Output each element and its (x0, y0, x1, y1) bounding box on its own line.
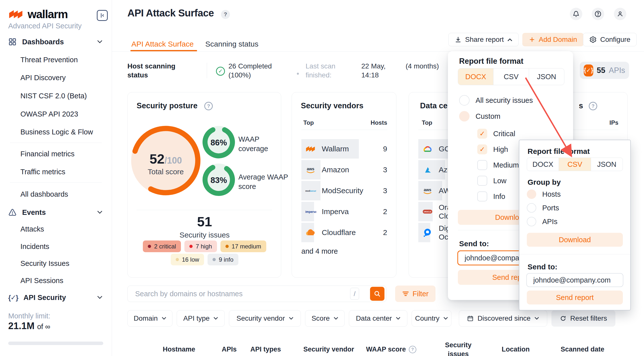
apis-badge-icon: {✓} (584, 65, 593, 76)
filter-chip-discovered-since[interactable]: Discovered since (459, 310, 547, 327)
vendor-hosts: 3 (383, 186, 387, 195)
column-security-vendor[interactable]: Security vendor (303, 345, 354, 353)
svg-text:imperva: imperva (305, 210, 316, 214)
security-posture-card: Security posture ? 52/100 Total score 86… (128, 92, 281, 278)
svg-text:aws: aws (424, 187, 431, 192)
radio-all-security-issues[interactable]: All security issues (459, 95, 533, 106)
vendors-more-link[interactable]: and 4 more (301, 247, 338, 255)
info-badge: 9 info (208, 254, 238, 265)
checkbox-high[interactable]: ✓ High (477, 144, 508, 154)
refresh-icon (560, 315, 566, 322)
filter-chip-data-center[interactable]: Data center (349, 310, 407, 327)
help-button[interactable] (592, 8, 604, 20)
chevron-down-icon (162, 317, 166, 320)
badge-label: 7 high (196, 243, 212, 250)
column-scanned-date[interactable]: Scanned date (561, 345, 604, 353)
help-icon[interactable]: ? (589, 102, 597, 110)
vendor-row[interactable]: aws Amazon 3 (292, 159, 396, 180)
search-button[interactable] (370, 287, 384, 301)
checkbox-medium[interactable]: Medium (477, 160, 519, 170)
format-csv[interactable]: CSV (493, 69, 528, 85)
vendor-row[interactable]: Wallarm 9 (292, 138, 396, 159)
sidebar-item-nist-csf[interactable]: NIST CSF 2.0 (Beta) (0, 90, 112, 102)
reset-filters-button[interactable]: Reset filters (552, 310, 616, 327)
card-title-fragment: s (579, 101, 583, 110)
radio-custom[interactable]: Custom (459, 111, 500, 122)
sidebar-item-security-issues[interactable]: Security Issues (0, 257, 112, 269)
sidebar-item-dashboards[interactable]: Dashboards (0, 36, 112, 48)
column-header-top: Top (303, 119, 314, 126)
sidebar-item-api-sessions[interactable]: API Sessions (0, 275, 112, 286)
help-icon[interactable]: ? (409, 346, 416, 353)
format-csv-selected[interactable]: CSV (559, 158, 590, 171)
sidebar-item-traffic-metrics[interactable]: Traffic metrics (0, 166, 112, 178)
add-domain-button[interactable]: Add Domain (522, 33, 584, 46)
tab-scanning-status[interactable]: Scanning status (205, 40, 258, 48)
vendor-row[interactable]: modsecurity ModSecurity 3 (292, 180, 396, 201)
oracle-logo: ORACLE (422, 206, 433, 217)
column-waap-score[interactable]: WAAP score ? (366, 345, 416, 353)
sidebar-item-label: Financial metrics (20, 150, 75, 158)
card-divider (136, 210, 272, 210)
send-report-button[interactable]: Send report (527, 290, 623, 304)
filter-chip-api-type[interactable]: API type (177, 310, 225, 327)
filter-button[interactable]: Filter (395, 285, 436, 302)
badge-label: 17 medium (232, 243, 261, 250)
radio-ports[interactable]: Ports (527, 203, 559, 213)
configure-button[interactable]: Configure (583, 33, 636, 46)
column-api-types[interactable]: API types (250, 345, 281, 353)
checkbox-low[interactable]: Low (477, 176, 506, 186)
account-button[interactable] (614, 8, 626, 20)
sidebar-item-events[interactable]: Events (0, 206, 112, 218)
checkbox-info[interactable]: Info (477, 191, 505, 201)
column-header-hosts: Hosts (370, 119, 387, 126)
column-apis[interactable]: APIs (222, 345, 237, 353)
checkbox-critical[interactable]: ✓ Critical (477, 129, 515, 139)
share-report-button[interactable]: Share report (448, 33, 518, 46)
sidebar-item-business-logic[interactable]: Business Logic & Flow (0, 126, 112, 138)
notifications-button[interactable] (570, 8, 582, 20)
radio-label: Ports (542, 204, 559, 212)
download-button[interactable]: Download (527, 233, 623, 247)
sidebar-item-all-dashboards[interactable]: All dashboards (0, 188, 112, 200)
checkbox-label: High (493, 145, 508, 154)
filter-chip-domain[interactable]: Domain (128, 310, 172, 327)
sidebar-item-threat-prevention[interactable]: Threat Prevention (0, 54, 112, 66)
radio-hosts[interactable]: Hosts (527, 189, 561, 199)
title-help-icon[interactable]: ? (221, 10, 230, 19)
brand: wallarm (8, 8, 68, 21)
filter-chip-score[interactable]: Score (305, 310, 345, 327)
radio-icon (527, 217, 536, 226)
search-input[interactable] (128, 285, 386, 302)
vendor-row[interactable]: imperva Imperva 2 (292, 201, 396, 222)
checkbox-checked-icon: ✓ (477, 144, 487, 154)
aws-logo: aws (305, 164, 316, 176)
sidebar-item-financial-metrics[interactable]: Financial metrics (0, 148, 112, 160)
radio-apis[interactable]: APIs (527, 217, 558, 226)
format-json[interactable]: JSON (591, 158, 622, 171)
sidebar-item-attacks[interactable]: Attacks (0, 223, 112, 235)
filter-chip-security-vendor[interactable]: Security vendor (229, 310, 301, 327)
vendor-row[interactable]: Cloudflare 2 (292, 222, 396, 243)
column-hostname[interactable]: Hostname (163, 345, 195, 353)
sidebar-item-incidents[interactable]: Incidents (0, 240, 112, 252)
total-score-max: /100 (164, 155, 182, 166)
format-docx[interactable]: DOCX (527, 158, 559, 171)
sidebar-item-owasp-api[interactable]: OWASP API 2023 (0, 108, 112, 120)
send-to-email-input[interactable] (526, 273, 623, 287)
sidebar-item-label: Security Issues (20, 259, 70, 268)
gear-icon (589, 36, 597, 43)
sidebar-item-api-discovery[interactable]: API Discovery (0, 72, 112, 84)
sidebar-collapse-button[interactable] (97, 10, 108, 21)
question-icon (594, 11, 602, 18)
format-docx[interactable]: DOCX (458, 69, 493, 85)
column-location[interactable]: Location (502, 345, 530, 353)
host-scanning-status-label: Host scanning status (128, 62, 180, 80)
column-security-issues[interactable]: Security issues (443, 340, 474, 356)
sidebar-item-api-security[interactable]: {✓} API Security (0, 291, 112, 303)
format-json[interactable]: JSON (529, 69, 564, 85)
help-icon[interactable]: ? (204, 102, 213, 110)
tab-api-attack-surface[interactable]: API Attack Surface (132, 40, 194, 48)
filter-chip-country[interactable]: Country (412, 310, 452, 327)
wallarm-vendor-logo (305, 143, 316, 155)
